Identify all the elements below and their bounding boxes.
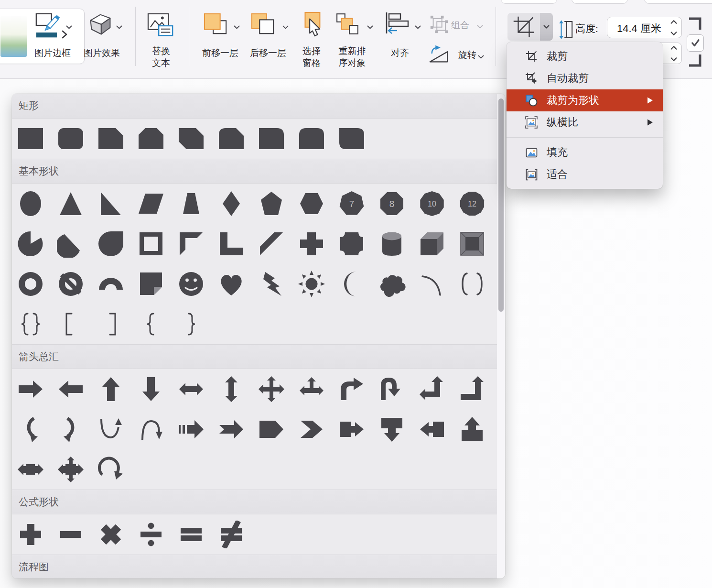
- shape-round-single-corner-rectangle[interactable]: [258, 125, 285, 152]
- shape-left-right-arrow-callout[interactable]: [17, 456, 44, 483]
- shape-striped-right-arrow[interactable]: [177, 415, 205, 443]
- shape-teardrop[interactable]: [97, 230, 125, 258]
- shape-not-equal-sign[interactable]: [217, 521, 245, 548]
- shape-multiplication-sign[interactable]: [97, 521, 125, 548]
- shape-block-arc[interactable]: [97, 270, 125, 298]
- shape-pentagon[interactable]: [258, 190, 285, 218]
- shape-left-right-arrow[interactable]: [177, 375, 205, 403]
- shape-corner[interactable]: [217, 230, 245, 258]
- shape-up-arrow[interactable]: [97, 375, 125, 403]
- shape-parallelogram[interactable]: [137, 190, 165, 218]
- menu-item-crop-to-shape[interactable]: 裁剪为形状: [507, 89, 663, 111]
- chevron-down-icon[interactable]: [282, 23, 289, 27]
- shape-half-frame[interactable]: [177, 230, 205, 258]
- picture-border-label[interactable]: 图片边框: [29, 47, 76, 59]
- shape-isosceles-triangle[interactable]: [57, 190, 85, 218]
- shape-lightning-bolt[interactable]: [258, 270, 285, 298]
- shape-snip-single-corner-rectangle[interactable]: [97, 125, 125, 152]
- shape-right-arrow[interactable]: [17, 375, 44, 403]
- shape-round-diagonal-corner-rectangle[interactable]: [338, 125, 366, 152]
- shape-sun[interactable]: [298, 270, 325, 298]
- height-stepper[interactable]: [670, 20, 677, 36]
- shape-heart[interactable]: [217, 270, 245, 298]
- reorder-objects-label[interactable]: 重新排序对象: [328, 45, 376, 69]
- shape-no-symbol[interactable]: [57, 270, 85, 298]
- bring-forward-icon[interactable]: [203, 12, 229, 38]
- shape-hexagon[interactable]: [298, 190, 325, 218]
- shape-diamond[interactable]: [217, 190, 245, 218]
- shape-plus-sign[interactable]: [17, 521, 44, 548]
- shape-left-arrow-callout[interactable]: [418, 415, 446, 443]
- chevron-down-icon[interactable]: [367, 23, 373, 27]
- shape-quad-arrow[interactable]: [258, 375, 285, 403]
- shape-curved-left-arrow[interactable]: [17, 415, 44, 443]
- shape-cloud[interactable]: [378, 270, 406, 298]
- shape-moon[interactable]: [338, 270, 366, 298]
- shape-left-arrow[interactable]: [57, 375, 85, 403]
- rotate-label[interactable]: 旋转: [443, 49, 491, 61]
- menu-item-aspect-ratio[interactable]: 纵横比: [507, 111, 663, 133]
- shape-bent-up-arrow[interactable]: [458, 375, 486, 403]
- gallery-scrollbar-track[interactable]: [497, 94, 505, 578]
- shape-chord[interactable]: [57, 230, 85, 258]
- reorder-objects-icon[interactable]: [335, 12, 359, 38]
- send-backward-icon[interactable]: [250, 12, 276, 38]
- picture-border-icon[interactable]: [35, 11, 64, 41]
- shape-bent-arrow[interactable]: [338, 375, 366, 403]
- shape-smiley-face[interactable]: [177, 270, 205, 298]
- shape-frame[interactable]: [137, 230, 165, 258]
- crop-button[interactable]: [507, 13, 540, 41]
- shape-cross[interactable]: [298, 230, 325, 258]
- shape-snip-same-side-corner-rectangle[interactable]: [137, 125, 165, 152]
- shape-oval[interactable]: [17, 190, 44, 218]
- shape-double-bracket[interactable]: [458, 270, 486, 298]
- shape-left-up-arrow[interactable]: [418, 375, 446, 403]
- shape-diagonal-stripe[interactable]: [258, 230, 285, 258]
- shape-chevron-arrow[interactable]: [298, 415, 325, 443]
- chevron-down-icon[interactable]: [478, 53, 484, 57]
- menu-item-auto-crop[interactable]: 自动裁剪: [507, 67, 663, 89]
- shape-left-brace[interactable]: [137, 310, 165, 338]
- shape-equal-sign[interactable]: [177, 521, 205, 548]
- shape-rounded-rectangle[interactable]: [57, 125, 85, 152]
- shape-up-arrow-callout[interactable]: [458, 415, 486, 443]
- shape-dodecagon[interactable]: 12: [458, 190, 486, 218]
- height-input[interactable]: 14.4 厘米: [607, 17, 682, 38]
- shape-round-same-side-corner-rectangle[interactable]: [298, 125, 325, 152]
- align-icon[interactable]: [385, 11, 410, 36]
- shape-left-bracket[interactable]: [57, 310, 85, 338]
- shape-down-arrow-callout[interactable]: [378, 415, 406, 443]
- picture-effects-label[interactable]: 图片效果: [78, 47, 126, 59]
- chevron-down-icon[interactable]: [116, 23, 122, 27]
- crop-dropdown-button[interactable]: [540, 13, 553, 41]
- shape-right-arrow-callout[interactable]: [338, 415, 366, 443]
- gallery-scrollbar-thumb[interactable]: [498, 98, 504, 312]
- chevron-down-icon[interactable]: [415, 23, 421, 27]
- align-label[interactable]: 对齐: [376, 47, 424, 59]
- shape-right-brace[interactable]: [177, 310, 205, 338]
- width-stepper[interactable]: [670, 45, 677, 62]
- shape-bevel[interactable]: [458, 230, 486, 258]
- shape-folded-corner[interactable]: [137, 270, 165, 298]
- shape-u-turn-arrow[interactable]: [378, 375, 406, 403]
- shape-double-brace[interactable]: [17, 310, 44, 338]
- chevron-down-icon[interactable]: [66, 23, 72, 27]
- chevron-down-icon[interactable]: [234, 23, 240, 27]
- menu-item-crop[interactable]: 裁剪: [507, 45, 663, 67]
- shape-decagon[interactable]: 10: [418, 190, 446, 218]
- shape-left-right-up-arrow[interactable]: [298, 375, 325, 403]
- shape-rectangle[interactable]: [17, 125, 44, 152]
- alt-text-icon[interactable]: [147, 12, 174, 39]
- shape-cube[interactable]: [418, 230, 446, 258]
- shape-right-triangle[interactable]: [97, 190, 125, 218]
- send-backward-label[interactable]: 后移一层: [244, 47, 292, 59]
- menu-item-fill[interactable]: 填充: [507, 142, 663, 163]
- shape-heptagon[interactable]: 7: [338, 190, 366, 218]
- shape-snip-diagonal-corner-rectangle[interactable]: [177, 125, 205, 152]
- selection-pane-icon[interactable]: [299, 11, 324, 40]
- menu-item-fit[interactable]: 适合: [507, 163, 663, 185]
- shape-curved-down-arrow[interactable]: [137, 415, 165, 443]
- shape-circular-arrow[interactable]: [97, 456, 125, 483]
- shape-donut[interactable]: [17, 270, 44, 298]
- bring-forward-label[interactable]: 前移一层: [196, 47, 244, 59]
